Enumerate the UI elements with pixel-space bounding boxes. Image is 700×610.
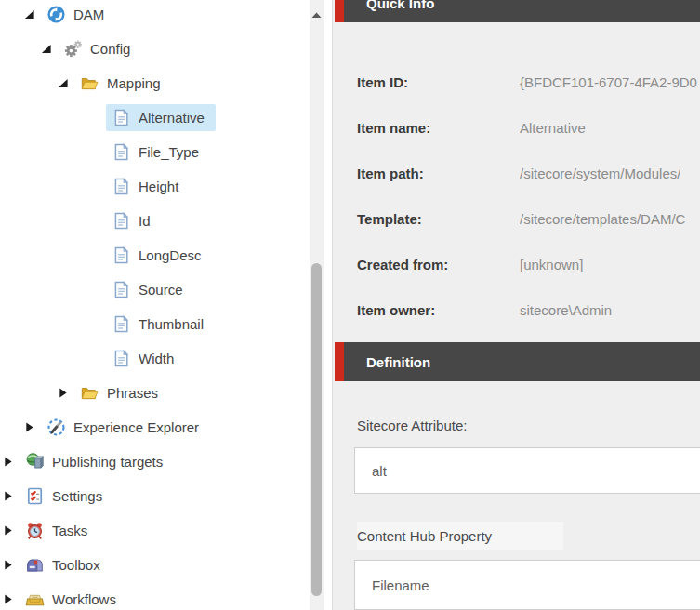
tree-item-label: Config: [90, 41, 130, 57]
tree-item-content[interactable]: Workflows: [20, 586, 127, 610]
folder-icon: [80, 73, 99, 93]
tree-item-content[interactable]: Experience Explorer: [41, 414, 210, 441]
quick-info-label: Item path:: [357, 166, 520, 181]
tree-item-content[interactable]: Width: [106, 345, 185, 372]
scroll-up-arrow-icon: [311, 12, 322, 19]
definition-title: Definition: [344, 354, 430, 370]
tree-item-longdesc[interactable]: LongDesc: [0, 238, 310, 272]
content-hub-property-input[interactable]: [354, 560, 700, 610]
tree-item-id[interactable]: Id: [0, 204, 310, 238]
tree-item-content[interactable]: Mapping: [74, 70, 172, 97]
tree-item-label: Experience Explorer: [73, 419, 199, 435]
quick-info-rows: Item ID:{BFDCF101-6707-4FA2-9D0Item name…: [333, 22, 700, 348]
tree-item-thumbnail[interactable]: Thumbnail: [0, 307, 310, 341]
tree-item-content[interactable]: Height: [106, 173, 190, 200]
quick-info-row-item-id: Item ID:{BFDCF101-6707-4FA2-9D0: [333, 74, 700, 120]
tasks-icon: [25, 521, 45, 540]
quick-info-row-created-from: Created from:[unknown]: [333, 257, 700, 302]
quick-info-row-item-owner: Item owner:sitecore\Admin: [333, 302, 700, 348]
tree-item-content[interactable]: LongDesc: [106, 242, 213, 269]
twisty-spacer: [89, 317, 108, 332]
tree-item-content[interactable]: DAM: [41, 1, 115, 28]
document-icon: [112, 211, 131, 231]
twisty-spacer: [89, 283, 108, 298]
collapse-arrow-icon[interactable]: [3, 455, 21, 470]
tree-item-label: Mapping: [107, 75, 161, 91]
quick-info-value: [unknown]: [520, 257, 583, 272]
document-icon: [112, 142, 131, 162]
quick-info-section-header[interactable]: Quick Info: [335, 0, 700, 22]
quick-info-label: Item name:: [357, 120, 520, 136]
tree-item-experience-explorer[interactable]: Experience Explorer: [0, 410, 310, 444]
collapse-arrow-icon[interactable]: [3, 489, 21, 504]
tree-item-label: Tasks: [52, 523, 87, 538]
twisty-spacer: [89, 351, 108, 366]
twisty-spacer: [89, 145, 108, 160]
quick-info-value: sitecore\Admin: [520, 302, 612, 318]
content-tree-pane: DAMConfigMappingAlternativeFile_TypeHeig…: [0, 0, 310, 610]
tree-item-content[interactable]: Config: [58, 35, 141, 62]
collapse-arrow-icon[interactable]: [3, 592, 21, 607]
collapse-arrow-icon[interactable]: [3, 524, 21, 538]
tree-item-content[interactable]: Publishing targets: [20, 448, 174, 475]
tree-item-label: Toolbox: [52, 557, 100, 573]
quick-info-label: Template:: [357, 211, 520, 227]
tree-item-publishing-targets[interactable]: Publishing targets: [0, 444, 310, 479]
tree-scrollbar[interactable]: [310, 0, 324, 610]
sitecore-attribute-input[interactable]: [354, 447, 700, 494]
tree-item-file-type[interactable]: File_Type: [0, 135, 310, 169]
tree-item-content[interactable]: Source: [106, 276, 194, 303]
tree-item-height[interactable]: Height: [0, 169, 310, 204]
tree-item-content[interactable]: File_Type: [106, 139, 210, 166]
tree-item-label: File_Type: [139, 144, 199, 160]
expand-arrow-icon[interactable]: [58, 76, 76, 91]
tree-item-phrases[interactable]: Phrases: [0, 376, 310, 410]
quick-info-label: Created from:: [357, 257, 520, 272]
tree-item-tasks[interactable]: Tasks: [0, 513, 310, 548]
tree-item-source[interactable]: Source: [0, 272, 310, 307]
expand-arrow-icon[interactable]: [41, 42, 59, 57]
quick-info-row-template: Template:/sitecore/templates/DAM/C: [333, 211, 700, 257]
folder-icon: [80, 383, 99, 403]
tree-item-content[interactable]: Toolbox: [20, 551, 112, 578]
tree-item-content[interactable]: Thumbnail: [106, 311, 215, 338]
document-icon: [112, 108, 131, 127]
twisty-spacer: [89, 179, 108, 194]
quick-info-value: /sitecore/system/Modules/: [520, 166, 680, 181]
tree-item-content[interactable]: Phrases: [74, 379, 169, 406]
tree-item-label: Thumbnail: [139, 316, 204, 332]
settings-icon: [25, 486, 45, 506]
content-tree: DAMConfigMappingAlternativeFile_TypeHeig…: [0, 0, 310, 610]
tree-item-alternative[interactable]: Alternative: [0, 100, 310, 135]
quick-info-value: {BFDCF101-6707-4FA2-9D0: [520, 74, 697, 90]
tree-item-content[interactable]: Tasks: [20, 517, 99, 544]
tree-item-settings[interactable]: Settings: [0, 479, 310, 513]
tree-item-mapping[interactable]: Mapping: [0, 66, 310, 100]
tree-item-dam[interactable]: DAM: [0, 0, 310, 32]
definition-section-header[interactable]: Definition: [335, 342, 700, 381]
tree-item-selected-highlight[interactable]: Alternative: [106, 104, 216, 131]
tree-item-label: Settings: [52, 488, 102, 504]
document-icon: [112, 280, 131, 299]
tree-item-width[interactable]: Width: [0, 341, 310, 376]
document-icon: [112, 349, 131, 368]
scrollbar-thumb[interactable]: [311, 263, 322, 596]
tree-item-toolbox[interactable]: Toolbox: [0, 548, 310, 582]
tree-item-label: Id: [139, 213, 151, 229]
expand-arrow-icon[interactable]: [24, 7, 43, 22]
tree-item-content[interactable]: Settings: [20, 483, 113, 510]
tree-item-label: Source: [139, 282, 183, 298]
tree-item-label: Workflows: [52, 591, 116, 607]
collapse-arrow-icon[interactable]: [24, 420, 43, 435]
tree-item-config[interactable]: Config: [0, 32, 310, 66]
tree-item-workflows[interactable]: Workflows: [0, 582, 310, 610]
gear-icon: [63, 39, 83, 59]
item-detail-panel: Quick Info Item ID:{BFDCF101-6707-4FA2-9…: [332, 0, 700, 610]
tree-item-content[interactable]: Id: [106, 207, 162, 234]
collapse-arrow-icon[interactable]: [58, 386, 76, 401]
content-editor: DAMConfigMappingAlternativeFile_TypeHeig…: [0, 0, 700, 610]
scroll-up-button[interactable]: [310, 7, 324, 22]
section-accent-bar: [335, 0, 344, 22]
collapse-arrow-icon[interactable]: [3, 558, 21, 573]
twisty-spacer: [89, 248, 108, 263]
